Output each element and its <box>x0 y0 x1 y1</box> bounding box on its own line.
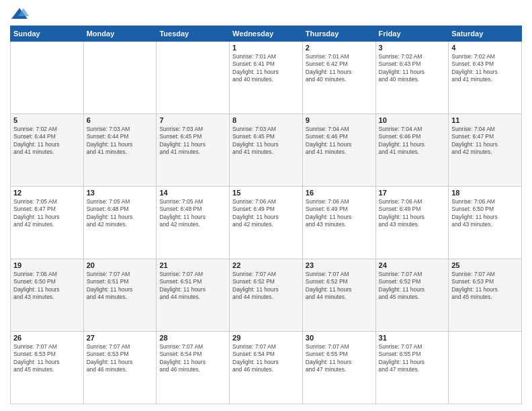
calendar-cell: 2Sunrise: 7:01 AM Sunset: 6:42 PM Daylig… <box>302 42 375 114</box>
day-info: Sunrise: 7:06 AM Sunset: 6:49 PM Dayligh… <box>232 198 300 229</box>
calendar-day-header: Thursday <box>302 26 375 42</box>
calendar-day-header: Sunday <box>11 26 84 42</box>
day-info: Sunrise: 7:07 AM Sunset: 6:53 PM Dayligh… <box>87 343 154 374</box>
calendar-cell: 9Sunrise: 7:04 AM Sunset: 6:46 PM Daylig… <box>302 114 375 187</box>
day-info: Sunrise: 7:07 AM Sunset: 6:52 PM Dayligh… <box>232 271 300 302</box>
calendar-cell: 17Sunrise: 7:06 AM Sunset: 6:49 PM Dayli… <box>375 187 449 259</box>
day-number: 4 <box>451 44 519 52</box>
calendar-day-header: Saturday <box>449 26 522 42</box>
day-number: 17 <box>379 189 446 197</box>
day-number: 6 <box>87 116 154 124</box>
calendar-week-row: 19Sunrise: 7:06 AM Sunset: 6:50 PM Dayli… <box>11 259 522 332</box>
day-number: 11 <box>451 116 519 124</box>
day-info: Sunrise: 7:06 AM Sunset: 6:50 PM Dayligh… <box>451 198 519 229</box>
calendar-week-row: 12Sunrise: 7:05 AM Sunset: 6:47 PM Dayli… <box>11 187 522 259</box>
day-number: 5 <box>13 116 81 124</box>
day-info: Sunrise: 7:04 AM Sunset: 6:46 PM Dayligh… <box>379 126 446 156</box>
calendar-week-row: 1Sunrise: 7:01 AM Sunset: 6:41 PM Daylig… <box>11 42 522 114</box>
page: SundayMondayTuesdayWednesdayThursdayFrid… <box>0 0 532 411</box>
day-info: Sunrise: 7:04 AM Sunset: 6:46 PM Dayligh… <box>306 126 373 156</box>
calendar-cell: 8Sunrise: 7:03 AM Sunset: 6:45 PM Daylig… <box>230 114 303 187</box>
day-info: Sunrise: 7:01 AM Sunset: 6:42 PM Dayligh… <box>306 53 373 84</box>
day-number: 19 <box>13 261 81 269</box>
day-info: Sunrise: 7:02 AM Sunset: 6:43 PM Dayligh… <box>451 53 519 84</box>
calendar-day-header: Wednesday <box>230 26 303 42</box>
calendar-cell: 3Sunrise: 7:02 AM Sunset: 6:43 PM Daylig… <box>375 42 449 114</box>
calendar-cell: 24Sunrise: 7:07 AM Sunset: 6:52 PM Dayli… <box>375 259 449 332</box>
day-info: Sunrise: 7:06 AM Sunset: 6:49 PM Dayligh… <box>379 198 446 229</box>
day-info: Sunrise: 7:07 AM Sunset: 6:53 PM Dayligh… <box>451 271 519 302</box>
calendar-cell: 19Sunrise: 7:06 AM Sunset: 6:50 PM Dayli… <box>11 259 84 332</box>
calendar-header-row: SundayMondayTuesdayWednesdayThursdayFrid… <box>11 26 522 42</box>
day-info: Sunrise: 7:03 AM Sunset: 6:45 PM Dayligh… <box>232 126 300 156</box>
calendar-cell: 29Sunrise: 7:07 AM Sunset: 6:54 PM Dayli… <box>230 332 303 404</box>
day-info: Sunrise: 7:07 AM Sunset: 6:51 PM Dayligh… <box>87 271 154 302</box>
day-number: 8 <box>232 116 300 124</box>
day-number: 14 <box>159 189 226 197</box>
day-info: Sunrise: 7:07 AM Sunset: 6:52 PM Dayligh… <box>306 271 373 302</box>
day-number: 2 <box>306 44 373 52</box>
calendar-cell: 18Sunrise: 7:06 AM Sunset: 6:50 PM Dayli… <box>449 187 522 259</box>
calendar-cell: 10Sunrise: 7:04 AM Sunset: 6:46 PM Dayli… <box>375 114 449 187</box>
day-info: Sunrise: 7:06 AM Sunset: 6:50 PM Dayligh… <box>13 271 81 302</box>
calendar-cell: 23Sunrise: 7:07 AM Sunset: 6:52 PM Dayli… <box>302 259 375 332</box>
day-info: Sunrise: 7:03 AM Sunset: 6:44 PM Dayligh… <box>87 126 154 156</box>
day-number: 3 <box>379 44 446 52</box>
calendar-cell <box>83 42 157 114</box>
day-number: 31 <box>379 334 446 342</box>
day-number: 26 <box>13 334 81 342</box>
day-number: 22 <box>232 261 300 269</box>
day-info: Sunrise: 7:07 AM Sunset: 6:53 PM Dayligh… <box>13 343 81 374</box>
logo <box>10 7 32 21</box>
header <box>10 7 522 21</box>
calendar-cell: 28Sunrise: 7:07 AM Sunset: 6:54 PM Dayli… <box>157 332 230 404</box>
day-number: 16 <box>306 189 373 197</box>
calendar-cell: 20Sunrise: 7:07 AM Sunset: 6:51 PM Dayli… <box>83 259 157 332</box>
day-number: 7 <box>159 116 226 124</box>
day-info: Sunrise: 7:07 AM Sunset: 6:55 PM Dayligh… <box>306 343 373 374</box>
day-number: 1 <box>232 44 300 52</box>
day-number: 24 <box>379 261 446 269</box>
calendar-cell: 22Sunrise: 7:07 AM Sunset: 6:52 PM Dayli… <box>230 259 303 332</box>
calendar-cell: 26Sunrise: 7:07 AM Sunset: 6:53 PM Dayli… <box>11 332 84 404</box>
day-info: Sunrise: 7:07 AM Sunset: 6:51 PM Dayligh… <box>159 271 226 302</box>
calendar-day-header: Tuesday <box>157 26 230 42</box>
day-number: 30 <box>306 334 373 342</box>
day-number: 12 <box>13 189 81 197</box>
day-number: 18 <box>451 189 519 197</box>
day-info: Sunrise: 7:05 AM Sunset: 6:48 PM Dayligh… <box>87 198 154 229</box>
day-info: Sunrise: 7:02 AM Sunset: 6:43 PM Dayligh… <box>379 53 446 84</box>
day-info: Sunrise: 7:01 AM Sunset: 6:41 PM Dayligh… <box>232 53 300 84</box>
calendar-cell <box>11 42 84 114</box>
day-info: Sunrise: 7:07 AM Sunset: 6:54 PM Dayligh… <box>159 343 226 374</box>
day-info: Sunrise: 7:07 AM Sunset: 6:52 PM Dayligh… <box>379 271 446 302</box>
day-info: Sunrise: 7:05 AM Sunset: 6:48 PM Dayligh… <box>159 198 226 229</box>
day-info: Sunrise: 7:06 AM Sunset: 6:49 PM Dayligh… <box>306 198 373 229</box>
day-number: 23 <box>306 261 373 269</box>
calendar-cell: 15Sunrise: 7:06 AM Sunset: 6:49 PM Dayli… <box>230 187 303 259</box>
calendar-cell: 12Sunrise: 7:05 AM Sunset: 6:47 PM Dayli… <box>11 187 84 259</box>
day-info: Sunrise: 7:07 AM Sunset: 6:54 PM Dayligh… <box>232 343 300 374</box>
day-number: 29 <box>232 334 300 342</box>
day-number: 13 <box>87 189 154 197</box>
calendar-cell: 11Sunrise: 7:04 AM Sunset: 6:47 PM Dayli… <box>449 114 522 187</box>
calendar-cell: 1Sunrise: 7:01 AM Sunset: 6:41 PM Daylig… <box>230 42 303 114</box>
day-info: Sunrise: 7:07 AM Sunset: 6:55 PM Dayligh… <box>379 343 446 374</box>
calendar-cell: 30Sunrise: 7:07 AM Sunset: 6:55 PM Dayli… <box>302 332 375 404</box>
calendar-cell: 13Sunrise: 7:05 AM Sunset: 6:48 PM Dayli… <box>83 187 157 259</box>
calendar-cell <box>157 42 230 114</box>
calendar-day-header: Friday <box>375 26 449 42</box>
calendar-cell: 25Sunrise: 7:07 AM Sunset: 6:53 PM Dayli… <box>449 259 522 332</box>
calendar-cell: 14Sunrise: 7:05 AM Sunset: 6:48 PM Dayli… <box>157 187 230 259</box>
day-number: 28 <box>159 334 226 342</box>
calendar-week-row: 5Sunrise: 7:02 AM Sunset: 6:44 PM Daylig… <box>11 114 522 187</box>
calendar-cell: 7Sunrise: 7:03 AM Sunset: 6:45 PM Daylig… <box>157 114 230 187</box>
calendar-week-row: 26Sunrise: 7:07 AM Sunset: 6:53 PM Dayli… <box>11 332 522 404</box>
calendar-cell: 16Sunrise: 7:06 AM Sunset: 6:49 PM Dayli… <box>302 187 375 259</box>
calendar-day-header: Monday <box>83 26 157 42</box>
day-number: 25 <box>451 261 519 269</box>
calendar-cell: 21Sunrise: 7:07 AM Sunset: 6:51 PM Dayli… <box>157 259 230 332</box>
day-number: 27 <box>87 334 154 342</box>
day-number: 15 <box>232 189 300 197</box>
day-number: 10 <box>379 116 446 124</box>
